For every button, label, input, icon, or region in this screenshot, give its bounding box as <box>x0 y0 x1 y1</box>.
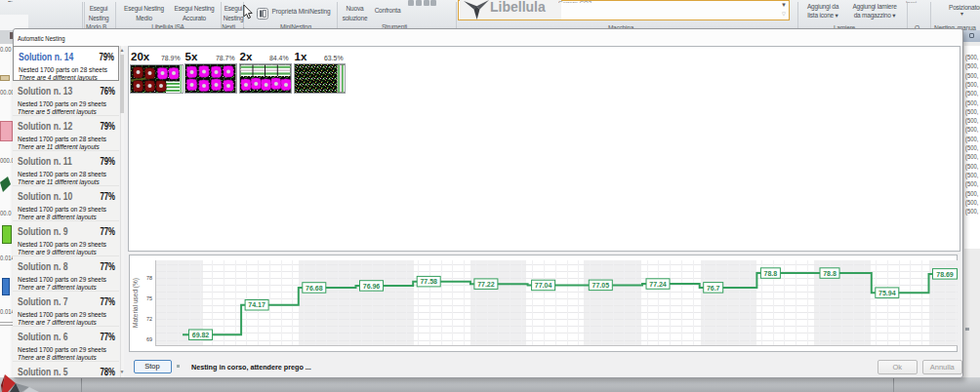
svg-text:76.7: 76.7 <box>706 285 719 292</box>
svg-text:74.17: 74.17 <box>248 301 265 308</box>
svg-text:78.8: 78.8 <box>823 270 837 277</box>
svg-text:78.8: 78.8 <box>763 270 777 277</box>
svg-text:77.05: 77.05 <box>592 282 609 289</box>
svg-text:77.58: 77.58 <box>420 278 437 285</box>
svg-text:69.82: 69.82 <box>191 332 209 338</box>
svg-text:75.94: 75.94 <box>878 290 896 296</box>
svg-text:77.04: 77.04 <box>534 282 551 289</box>
svg-text:77.24: 77.24 <box>649 281 667 288</box>
svg-text:77.22: 77.22 <box>477 281 495 288</box>
svg-text:76.96: 76.96 <box>362 283 380 290</box>
svg-text:78.69: 78.69 <box>936 271 954 278</box>
svg-text:76.68: 76.68 <box>306 285 323 292</box>
